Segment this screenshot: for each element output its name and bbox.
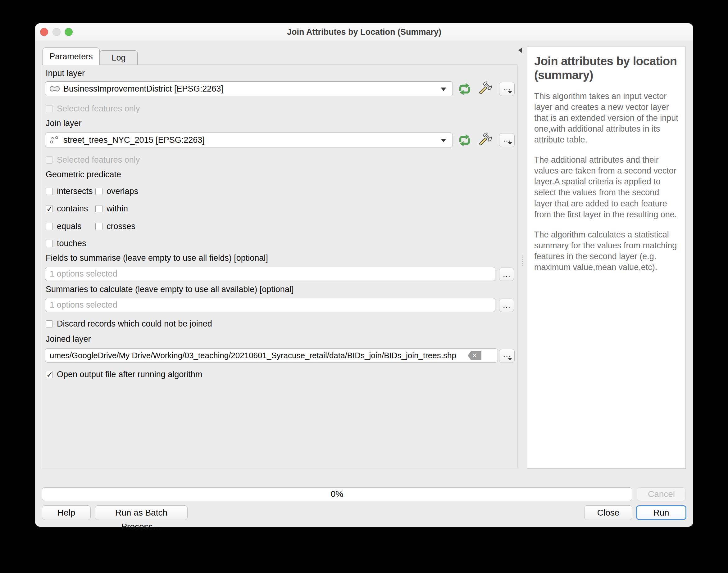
fields-to-summarise-label: Fields to summarise (leave empty to use …	[46, 253, 268, 263]
chevron-down-icon	[441, 88, 446, 91]
geometric-predicate-label: Geometric predicate	[46, 170, 121, 179]
fields-browse-button[interactable]: …	[499, 268, 514, 281]
wrench-icon	[477, 132, 492, 148]
chevron-down-icon	[508, 91, 512, 93]
collapse-help-panel-icon[interactable]	[518, 48, 522, 53]
join-layer-label: Join layer	[46, 118, 82, 128]
chevron-down-icon	[508, 358, 512, 360]
checkbox	[46, 320, 53, 327]
iterate-icon	[457, 82, 472, 96]
tab-log[interactable]: Log	[100, 50, 138, 65]
checkbox	[46, 223, 53, 230]
advanced-options-button[interactable]	[477, 81, 492, 98]
summaries-to-calculate-input[interactable]: 1 options selected	[45, 298, 495, 312]
parameters-panel	[42, 64, 518, 468]
title-bar: Join Attributes by Location (Summary)	[35, 23, 693, 41]
input-layer-label: Input layer	[46, 68, 85, 78]
clear-field-icon[interactable]: ✕	[468, 351, 481, 360]
summaries-browse-button[interactable]: …	[499, 299, 514, 312]
summaries-to-calculate-label: Summaries to calculate (leave empty to u…	[46, 284, 293, 294]
fields-selected-value: 1 options selected	[50, 269, 117, 279]
input-selected-features-checkbox: Selected features only	[46, 104, 140, 114]
advanced-options-button[interactable]	[477, 132, 492, 149]
tab-parameters[interactable]: Parameters	[43, 48, 100, 65]
progress-bar: 0%	[42, 487, 632, 501]
run-button[interactable]: Run	[636, 505, 686, 520]
close-button[interactable]: Close	[584, 505, 632, 520]
join-layer-value: street_trees_NYC_2015 [EPSG:2263]	[63, 135, 205, 145]
checkbox	[46, 105, 53, 112]
checkbox	[46, 156, 53, 164]
help-button[interactable]: Help	[42, 505, 91, 520]
checkbox	[95, 188, 102, 195]
chevron-down-icon	[441, 139, 446, 142]
join-selected-features-checkbox: Selected features only	[46, 155, 140, 165]
joined-layer-path-value: umes/GoogleDrive/My Drive/Working/03_tea…	[50, 351, 465, 360]
joined-layer-label: Joined layer	[46, 334, 91, 344]
checkbox	[95, 205, 102, 212]
discard-records-checkbox[interactable]: Discard records which could not be joine…	[46, 319, 212, 329]
help-paragraph: The additional attributes and their valu…	[534, 155, 679, 220]
predicate-contains-checkbox[interactable]: contains	[46, 204, 88, 214]
input-layer-options-button[interactable]: …	[499, 82, 515, 96]
iterate-over-layer-button[interactable]	[457, 82, 472, 97]
predicate-touches-checkbox[interactable]: touches	[46, 239, 86, 248]
wrench-icon	[477, 81, 492, 97]
help-paragraph: This algorithm takes an input vector lay…	[534, 91, 679, 145]
checkbox	[95, 223, 102, 230]
join-layer-options-button[interactable]: …	[499, 133, 515, 147]
joined-layer-browse-button[interactable]: …	[499, 349, 515, 363]
help-panel: Join attributes by location (summary) Th…	[527, 47, 686, 469]
input-layer-value: BusinessImprovementDistrict [EPSG:2263]	[63, 84, 223, 94]
joined-layer-path-input[interactable]: umes/GoogleDrive/My Drive/Working/03_tea…	[45, 348, 498, 363]
predicate-within-checkbox[interactable]: within	[95, 204, 128, 214]
checkbox-checked	[46, 205, 53, 212]
checkbox	[46, 188, 53, 195]
predicate-equals-checkbox[interactable]: equals	[46, 222, 82, 231]
iterate-icon	[457, 134, 472, 147]
point-layer-icon	[49, 136, 60, 144]
help-paragraph: The algorithm calculates a statistical s…	[534, 229, 679, 273]
fields-to-summarise-input[interactable]: 1 options selected	[45, 267, 495, 281]
open-output-checkbox[interactable]: Open output file after running algorithm	[46, 370, 202, 379]
chevron-down-icon	[508, 142, 512, 145]
join-attributes-dialog: Join Attributes by Location (Summary) Pa…	[35, 23, 693, 527]
predicate-intersects-checkbox[interactable]: intersects	[46, 187, 93, 196]
iterate-over-join-layer-button[interactable]	[457, 134, 472, 148]
run-as-batch-button[interactable]: Run as Batch Process…	[95, 505, 188, 520]
checkbox	[46, 240, 53, 247]
window-title: Join Attributes by Location (Summary)	[35, 23, 693, 41]
splitter-handle[interactable]	[522, 255, 523, 266]
help-title: Join attributes by location (summary)	[534, 54, 679, 82]
checkbox-checked	[46, 371, 53, 378]
predicate-overlaps-checkbox[interactable]: overlaps	[95, 187, 138, 196]
input-layer-combobox[interactable]: BusinessImprovementDistrict [EPSG:2263]	[45, 81, 453, 96]
predicate-crosses-checkbox[interactable]: crosses	[95, 222, 135, 231]
join-layer-combobox[interactable]: street_trees_NYC_2015 [EPSG:2263]	[45, 133, 453, 147]
cancel-button: Cancel	[637, 487, 686, 501]
polygon-layer-icon	[49, 85, 60, 93]
summaries-selected-value: 1 options selected	[50, 300, 117, 310]
